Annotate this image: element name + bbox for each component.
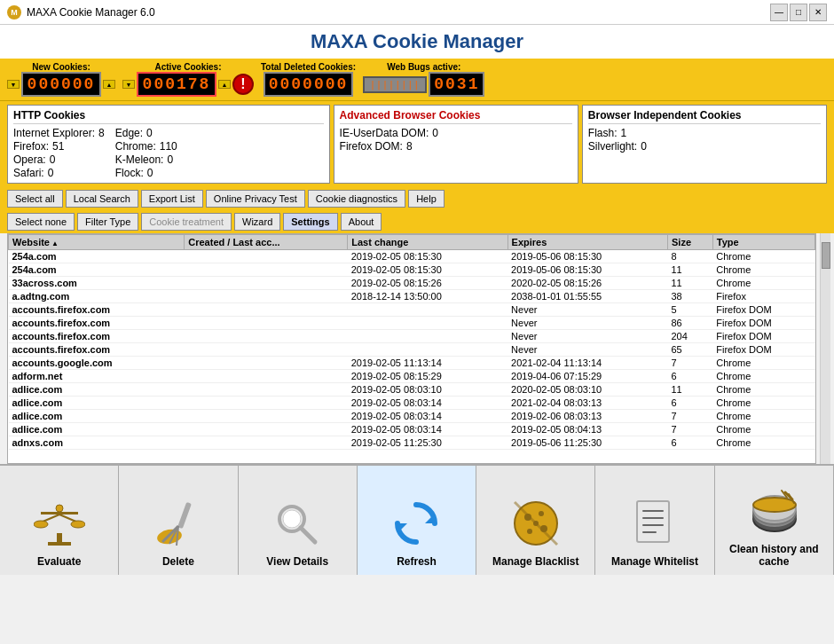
clean-history-button[interactable]: Clean history and cache xyxy=(715,466,834,575)
cell-type: Firefox DOM xyxy=(712,343,814,357)
independent-cookies-section: Browser Independent Cookies Flash: 1 Sil… xyxy=(582,105,827,184)
table-row[interactable]: adform.net 2019-02-05 08:15:29 2019-04-0… xyxy=(9,370,815,383)
toolbar-row-1: Select all Local Search Export List Onli… xyxy=(0,187,834,210)
cell-expires: Never xyxy=(507,343,667,357)
flock-label: Flock: xyxy=(115,167,144,179)
col-type[interactable]: Type xyxy=(712,235,814,250)
svg-rect-29 xyxy=(642,531,657,533)
minimize-button[interactable]: — xyxy=(770,4,788,21)
ie-row: Internet Explorer: 8 xyxy=(13,127,105,139)
cell-last-change: 2019-02-05 08:15:29 xyxy=(348,370,507,383)
manage-blacklist-icon xyxy=(507,495,564,552)
col-expires[interactable]: Expires xyxy=(507,235,667,250)
delete-button[interactable]: Delete xyxy=(119,466,238,575)
col-last-change[interactable]: Last change xyxy=(348,235,507,250)
refresh-button[interactable]: Refresh xyxy=(358,466,476,575)
cell-website: accounts.firefox.com xyxy=(9,330,185,343)
refresh-arrows-icon xyxy=(390,498,442,549)
table-row[interactable]: adlice.com 2019-02-05 08:03:14 2019-02-0… xyxy=(9,423,815,436)
new-cookies-arrow-up[interactable]: ▲ xyxy=(103,80,115,89)
svg-rect-25 xyxy=(637,501,669,542)
help-button[interactable]: Help xyxy=(408,190,445,208)
table-row[interactable]: a.adtng.com 2018-12-14 13:50:00 2038-01-… xyxy=(9,290,815,303)
new-cookies-counter: New Cookies: ▼ 000000 ▲ xyxy=(7,62,115,97)
wizard-button[interactable]: Wizard xyxy=(234,213,280,231)
svg-point-3 xyxy=(56,505,63,512)
silverlight-label: Silverlight: xyxy=(588,140,637,153)
cell-size: 6 xyxy=(667,436,712,450)
table-row[interactable]: accounts.firefox.com Never 204 Firefox D… xyxy=(9,330,815,343)
filter-type-button[interactable]: Filter Type xyxy=(77,213,138,231)
cookie-table[interactable]: Website▲ Created / Last acc... Last chan… xyxy=(7,233,816,464)
new-cookies-up-button[interactable]: ▲ xyxy=(103,80,115,89)
cookie-icon xyxy=(510,498,562,549)
cell-size: 11 xyxy=(667,263,712,277)
table-row[interactable]: 33across.com 2019-02-05 08:15:26 2020-02… xyxy=(9,277,815,290)
table-row[interactable]: 254a.com 2019-02-05 08:15:30 2019-05-06 … xyxy=(9,250,815,263)
http-cookies-col1: Internet Explorer: 8 Firefox: 51 Opera: … xyxy=(13,127,105,179)
maximize-button[interactable]: □ xyxy=(790,4,807,21)
scrollbar-thumb[interactable] xyxy=(822,242,830,269)
active-cookies-arrow-down[interactable]: ▼ xyxy=(122,80,135,89)
bottom-toolbar: Evaluate Delete View Details xyxy=(0,464,834,575)
table-row[interactable]: adlice.com 2019-02-05 08:03:14 2021-02-0… xyxy=(9,397,815,410)
export-list-button[interactable]: Export List xyxy=(141,190,203,208)
svg-rect-8 xyxy=(177,502,192,529)
web-bugs-display: |||||||| 0031 xyxy=(363,72,484,97)
kmeleon-value: 0 xyxy=(167,153,173,166)
table-row[interactable]: adlice.com 2019-02-05 08:03:10 2020-02-0… xyxy=(9,383,815,397)
manage-whitelist-button[interactable]: Manage Whitelist xyxy=(595,466,714,575)
cell-size: 7 xyxy=(667,410,712,423)
online-privacy-test-button[interactable]: Online Privacy Test xyxy=(206,190,305,208)
view-details-button[interactable]: View Details xyxy=(239,466,358,575)
active-cookies-counter: Active Cookies: ▼ 000178 ▲ ! xyxy=(122,62,254,97)
cell-website: accounts.firefox.com xyxy=(9,303,185,317)
svg-rect-1 xyxy=(48,542,71,546)
active-cookies-value: 000178 xyxy=(137,72,216,97)
safari-value: 0 xyxy=(48,167,54,179)
new-cookies-arrow-down[interactable]: ▼ xyxy=(7,80,20,89)
table-row[interactable]: accounts.firefox.com Never 86 Firefox DO… xyxy=(9,317,815,330)
table-row[interactable]: adlice.com 2019-02-05 08:03:14 2019-02-0… xyxy=(9,410,815,423)
table-row[interactable]: adnxs.com 2019-02-05 11:25:30 2019-05-06… xyxy=(9,436,815,450)
active-cookies-arrow-up[interactable]: ▲ xyxy=(218,80,231,89)
evaluate-button[interactable]: Evaluate xyxy=(0,466,119,575)
select-all-button[interactable]: Select all xyxy=(7,190,63,208)
cell-expires: 2019-05-06 11:25:30 xyxy=(507,436,667,450)
manage-blacklist-button[interactable]: Manage Blacklist xyxy=(476,466,595,575)
local-search-button[interactable]: Local Search xyxy=(66,190,138,208)
table-scrollbar[interactable] xyxy=(820,233,830,464)
evaluate-label: Evaluate xyxy=(37,555,81,568)
cookie-treatment-button[interactable]: Cookie treatment xyxy=(141,213,232,231)
table-row[interactable]: accounts.firefox.com Never 5 Firefox DOM xyxy=(9,303,815,317)
svg-point-14 xyxy=(283,510,301,528)
refresh-label: Refresh xyxy=(397,555,437,568)
table-row[interactable]: accounts.firefox.com Never 65 Firefox DO… xyxy=(9,343,815,357)
svg-point-6 xyxy=(34,521,48,528)
cell-type: Chrome xyxy=(712,250,814,263)
table-row[interactable]: 254a.com 2019-02-05 08:15:30 2019-05-06 … xyxy=(9,263,815,277)
select-none-button[interactable]: Select none xyxy=(7,213,75,231)
app-name: MAXA Cookie Manager 6.0 xyxy=(27,6,155,19)
safari-row: Safari: 0 xyxy=(13,167,105,179)
window-controls[interactable]: — □ ✕ xyxy=(770,4,827,21)
counters-row: New Cookies: ▼ 000000 ▲ Active Cookies: … xyxy=(0,59,834,100)
col-created[interactable]: Created / Last acc... xyxy=(185,235,348,250)
col-website[interactable]: Website▲ xyxy=(9,235,185,250)
cell-last-change: 2019-02-05 08:03:14 xyxy=(348,397,507,410)
svg-rect-27 xyxy=(642,517,664,519)
cell-size: 65 xyxy=(667,343,712,357)
cell-created xyxy=(185,410,348,423)
cookie-diagnostics-button[interactable]: Cookie diagnostics xyxy=(308,190,405,208)
settings-button[interactable]: Settings xyxy=(283,213,337,231)
active-cookies-up-button[interactable]: ▲ xyxy=(218,80,231,89)
new-cookies-down-button[interactable]: ▼ xyxy=(7,80,20,89)
safari-label: Safari: xyxy=(13,167,44,179)
ie-userdata-row: IE-UserData DOM: 0 xyxy=(340,127,572,139)
close-button[interactable]: ✕ xyxy=(809,4,827,21)
col-size[interactable]: Size xyxy=(667,235,712,250)
table-row[interactable]: accounts.google.com 2019-02-05 11:13:14 … xyxy=(9,357,815,370)
active-cookies-down-button[interactable]: ▼ xyxy=(122,80,135,89)
about-button[interactable]: About xyxy=(341,213,382,231)
http-cookies-section: HTTP Cookies Internet Explorer: 8 Firefo… xyxy=(7,105,330,184)
